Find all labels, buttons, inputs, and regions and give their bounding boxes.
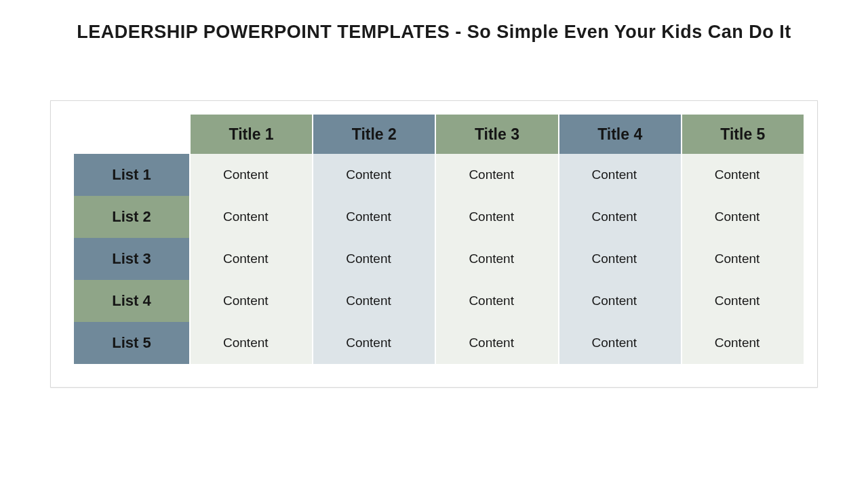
table-cell: Content xyxy=(191,322,312,364)
col-head-1: Title 1 xyxy=(191,115,312,154)
table-cell: Content xyxy=(313,238,435,280)
table-row: List 1 Content Content Content Content C… xyxy=(74,154,804,196)
row-head-2: List 2 xyxy=(74,196,189,238)
table-cell: Content xyxy=(191,238,312,280)
table-cell: Content xyxy=(682,154,804,196)
col-head-4: Title 4 xyxy=(559,115,681,154)
table-row: List 3 Content Content Content Content C… xyxy=(74,238,804,280)
data-table: Title 1 Title 2 Title 3 Title 4 Title 5 … xyxy=(73,115,805,364)
col-head-3: Title 3 xyxy=(436,115,557,154)
table-cell: Content xyxy=(313,196,435,238)
table-cell: Content xyxy=(436,238,557,280)
table-cell: Content xyxy=(682,280,804,322)
row-head-4: List 4 xyxy=(74,280,189,322)
row-head-5: List 5 xyxy=(74,322,189,364)
table-cell: Content xyxy=(559,280,681,322)
table-cell: Content xyxy=(313,280,435,322)
row-head-3: List 3 xyxy=(74,238,189,280)
table-cell: Content xyxy=(191,154,312,196)
table-row: List 4 Content Content Content Content C… xyxy=(74,280,804,322)
table-header-row: Title 1 Title 2 Title 3 Title 4 Title 5 xyxy=(74,115,804,154)
table-cell: Content xyxy=(191,196,312,238)
table-row: List 2 Content Content Content Content C… xyxy=(74,196,804,238)
col-head-5: Title 5 xyxy=(682,115,804,154)
page-title: LEADERSHIP POWERPOINT TEMPLATES - So Sim… xyxy=(0,0,868,43)
col-head-2: Title 2 xyxy=(313,115,435,154)
row-head-1: List 1 xyxy=(74,154,189,196)
table-cell: Content xyxy=(436,322,557,364)
table-cell: Content xyxy=(313,322,435,364)
table-cell: Content xyxy=(191,280,312,322)
table-cell: Content xyxy=(436,196,557,238)
table-cell: Content xyxy=(682,196,804,238)
table-cell: Content xyxy=(436,280,557,322)
table-cell: Content xyxy=(559,196,681,238)
table-cell: Content xyxy=(313,154,435,196)
table-panel: Title 1 Title 2 Title 3 Title 4 Title 5 … xyxy=(50,100,818,388)
table-cell: Content xyxy=(682,238,804,280)
table-corner xyxy=(74,115,189,154)
table-cell: Content xyxy=(559,238,681,280)
table-cell: Content xyxy=(682,322,804,364)
table-cell: Content xyxy=(559,322,681,364)
table-cell: Content xyxy=(436,154,557,196)
table-row: List 5 Content Content Content Content C… xyxy=(74,322,804,364)
table-cell: Content xyxy=(559,154,681,196)
